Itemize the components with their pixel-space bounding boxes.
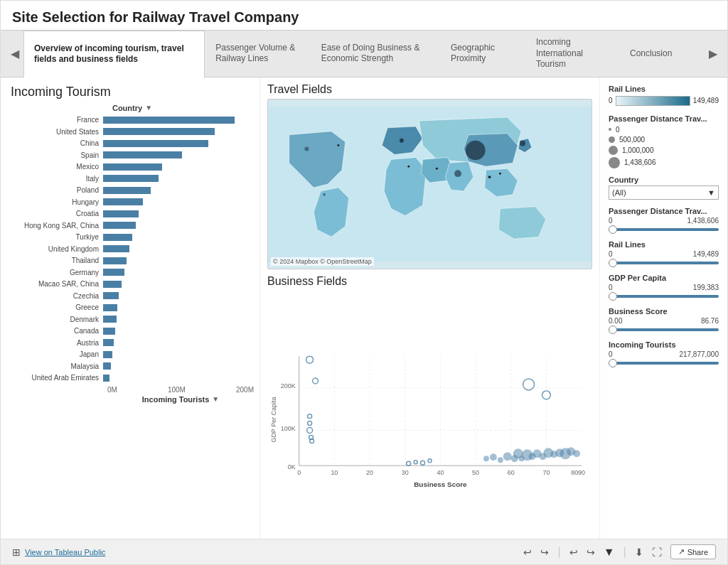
nav-tabs: Overview of incoming tourism, travel fie… [23, 31, 705, 77]
tableau-link[interactable]: View on Tableau Public [25, 548, 105, 556]
dot-icon-2 [609, 146, 618, 155]
business-score-filter-values: 0.00 86.76 [609, 317, 719, 325]
svg-point-6 [323, 193, 326, 196]
svg-point-53 [498, 457, 503, 463]
nav-tab-conclusion[interactable]: Conclusion [619, 31, 705, 77]
bar-label: Germany [11, 269, 103, 276]
business-fields-section: Business Fields 0K 100K 200K GDP Per Cap… [267, 275, 592, 533]
bar-fill [103, 117, 235, 124]
bar-row: Italy [11, 173, 254, 183]
bar-fill [103, 163, 162, 171]
slider-thumb-tourists[interactable] [609, 359, 617, 367]
filter-icon[interactable]: ▼ [145, 104, 152, 112]
business-score-filter: Business Score 0.00 86.76 [609, 307, 719, 333]
x-filter-icon[interactable]: ▼ [212, 395, 219, 403]
svg-point-39 [313, 378, 318, 384]
nav-tab-overview[interactable]: Overview of incoming tourism, travel fie… [23, 31, 205, 77]
svg-point-1 [400, 138, 404, 142]
business-fields-title: Business Fields [267, 275, 592, 288]
rail-lines-legend-title: Rail Lines [609, 85, 719, 93]
svg-text:10: 10 [331, 469, 338, 476]
tourists-slider[interactable] [609, 362, 719, 365]
nav-bar: ◀ Overview of incoming tourism, travel f… [1, 30, 727, 77]
bar-track [103, 163, 254, 171]
bar-fill [103, 304, 117, 311]
tourists-filter-values: 0 217,877,000 [609, 350, 719, 358]
tableau-icon: ⊞ [12, 547, 21, 558]
bar-label: Poland [11, 186, 103, 194]
bar-label: Mexico [11, 163, 103, 171]
bar-track [103, 198, 254, 205]
share-icon: ↗ [678, 547, 685, 556]
rail-lines-filter: Rail Lines 0 149,489 [609, 240, 719, 267]
svg-point-7 [337, 144, 339, 146]
slider-thumb-left[interactable] [609, 225, 617, 234]
svg-point-51 [483, 456, 489, 461]
dot-icon-1 [609, 136, 615, 143]
bar-label: Macao SAR, China [11, 280, 103, 288]
bar-track [103, 140, 254, 147]
travel-fields-section: Travel Fields [267, 83, 592, 269]
bar-row: Hungary [11, 197, 254, 207]
slider-thumb-rail[interactable] [609, 259, 617, 267]
scatter-chart: 0K 100K 200K GDP Per Capita 0 10 20 30 4… [267, 291, 592, 539]
bar-label: United States [11, 128, 103, 136]
dot-row-1: 500,000 [609, 136, 719, 144]
bar-label: United Arab Emirates [11, 374, 103, 382]
right-panel: Rail Lines 0 149,489 Passenger Distance … [599, 77, 727, 539]
bar-track [103, 362, 254, 370]
svg-point-43 [308, 421, 312, 425]
more-icon[interactable]: ▼ [604, 546, 615, 559]
undo2-button[interactable]: ↩ [569, 547, 578, 558]
nav-tab-intl[interactable]: Incoming International Tourism [525, 31, 619, 77]
bar-track [103, 175, 254, 182]
slider-thumb-biz[interactable] [609, 325, 617, 334]
undo-button[interactable]: ↩ [523, 547, 532, 558]
bar-track [103, 151, 254, 158]
fullscreen-icon[interactable]: ⛶ [652, 547, 662, 558]
slider-thumb-gdp[interactable] [609, 292, 617, 301]
business-score-slider[interactable] [609, 328, 719, 331]
svg-text:Business Score: Business Score [414, 480, 467, 488]
dropdown-chevron: ▼ [707, 188, 715, 197]
rail-lines-slider[interactable] [609, 262, 719, 264]
svg-point-9 [436, 168, 438, 170]
map-credit: © 2024 Mapbox © OpenStreetMap [271, 257, 374, 266]
svg-text:0: 0 [297, 469, 301, 476]
dot-legend: 0 500,000 1,000,000 1,438,606 [609, 126, 719, 168]
gdp-slider[interactable] [609, 295, 719, 298]
country-dropdown[interactable]: (All) ▼ [609, 185, 719, 200]
nav-tab-geo[interactable]: Geographic Proximity [440, 31, 525, 77]
bar-track [103, 187, 254, 194]
nav-tab-passenger[interactable]: Passenger Volume & Railway Lines [205, 31, 310, 77]
bar-row: Croatia [11, 209, 254, 219]
redo2-button[interactable]: ↪ [587, 547, 595, 558]
nav-prev-arrow[interactable]: ◀ [6, 31, 23, 77]
page-title: Site Selection for Railway Travel Compan… [12, 9, 716, 26]
travel-fields-title: Travel Fields [267, 83, 592, 96]
bar-label: Malaysia [11, 362, 103, 370]
bar-fill [103, 328, 115, 335]
bar-fill [103, 140, 208, 147]
nav-next-arrow[interactable]: ▶ [705, 31, 722, 77]
bar-label: Hungary [11, 198, 103, 206]
bar-chart: Country ▼ FranceUnited StatesChinaSpainM… [11, 104, 254, 533]
svg-text:70: 70 [542, 469, 550, 476]
bar-row: China [11, 139, 254, 149]
dot-row-2: 1,000,000 [609, 146, 719, 155]
bar-row: Canada [11, 326, 254, 336]
bar-fill [103, 292, 119, 299]
redo-button[interactable]: ↪ [540, 547, 549, 558]
passenger-dist-filter-values: 0 1,438,606 [609, 217, 719, 225]
nav-tab-ease[interactable]: Ease of Doing Business & Economic Streng… [311, 31, 440, 77]
bar-track [103, 257, 254, 264]
bar-row: Austria [11, 338, 254, 348]
passenger-dist-slider[interactable] [609, 228, 719, 231]
share-button[interactable]: ↗ Share [670, 544, 716, 559]
bar-label: Canada [11, 327, 103, 335]
bar-fill [103, 245, 129, 252]
svg-point-42 [308, 414, 312, 418]
bar-row: Malaysia [11, 361, 254, 371]
download-icon[interactable]: ⬇ [635, 547, 643, 558]
bar-row: Macao SAR, China [11, 279, 254, 289]
